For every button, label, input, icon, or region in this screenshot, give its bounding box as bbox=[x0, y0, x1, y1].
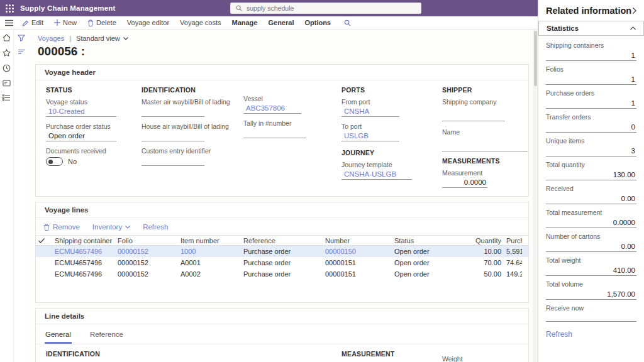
customs-entry-field[interactable] bbox=[142, 156, 204, 166]
shipping-company-field[interactable] bbox=[442, 111, 505, 121]
vessel-label: Vessel bbox=[243, 95, 341, 102]
cell-number[interactable]: 00000151 bbox=[323, 259, 392, 266]
command-search-icon[interactable] bbox=[344, 19, 351, 26]
table-row[interactable]: ECMU4657496 00000152 A0002 Purchase orde… bbox=[36, 268, 528, 280]
vertical-scrollbar[interactable] bbox=[533, 30, 538, 362]
modules-list-icon[interactable] bbox=[3, 94, 11, 101]
table-row[interactable]: ECMU4657496 00000152 1000 Purchase order… bbox=[36, 246, 528, 257]
workspaces-icon[interactable] bbox=[3, 80, 11, 87]
shipping-company-label: Shipping company bbox=[442, 98, 528, 106]
cell-item-number[interactable]: 1000 bbox=[178, 248, 241, 255]
col-shipping-container[interactable]: Shipping container bbox=[52, 237, 115, 244]
voyage-lines-card: Voyage lines Remove Inventory Refresh bbox=[35, 202, 529, 303]
recent-clock-icon[interactable] bbox=[3, 64, 11, 72]
waffle-menu-icon[interactable] bbox=[6, 4, 14, 13]
main-content: Voyages | Standard view 000056 : Voyage … bbox=[29, 30, 533, 362]
page-title: 000056 : bbox=[38, 45, 529, 58]
cell-shipping-container[interactable]: ECMU4657496 bbox=[52, 248, 115, 255]
cell-number[interactable]: 00000151 bbox=[323, 270, 392, 278]
favorites-star-icon[interactable] bbox=[3, 49, 11, 57]
global-search-input[interactable]: supply schedule bbox=[230, 3, 421, 14]
col-number[interactable]: Number bbox=[323, 237, 392, 244]
new-button[interactable]: New bbox=[54, 19, 77, 26]
master-waybill-field[interactable] bbox=[142, 107, 204, 117]
stat-total-quantity: Total quantity 130.00 bbox=[546, 161, 636, 180]
cell-folio[interactable]: 00000152 bbox=[115, 248, 178, 255]
remove-button[interactable]: Remove bbox=[43, 223, 80, 231]
documents-received-toggle[interactable] bbox=[46, 157, 63, 166]
voyage-editor-button[interactable]: Voyage editor bbox=[127, 19, 169, 26]
cell-number[interactable]: 00000150 bbox=[323, 248, 392, 255]
chevron-right-icon[interactable] bbox=[633, 8, 636, 14]
select-all-check-icon[interactable] bbox=[36, 238, 52, 243]
view-selector[interactable]: Standard view bbox=[76, 35, 128, 42]
search-placeholder: supply schedule bbox=[247, 4, 294, 12]
app-title[interactable]: Supply Chain Management bbox=[20, 4, 116, 12]
breadcrumb-voyages-link[interactable]: Voyages bbox=[38, 35, 64, 42]
cell-shipping-container[interactable]: ECMU4657496 bbox=[52, 270, 115, 278]
vessel-field[interactable]: ABC357806 bbox=[243, 104, 301, 114]
stat-total-volume: Total volume 1,570.00 bbox=[546, 280, 636, 300]
journey-template-field[interactable]: CNSHA-USLGB bbox=[341, 170, 412, 180]
manage-menu[interactable]: Manage bbox=[232, 19, 258, 26]
nav-rail bbox=[0, 30, 14, 362]
cell-item-number[interactable]: A0002 bbox=[178, 270, 241, 278]
cell-status: Open order bbox=[392, 270, 462, 278]
delete-button[interactable]: Delete bbox=[87, 19, 116, 26]
view-list-icon[interactable] bbox=[18, 49, 25, 55]
tally-label: Tally in #number bbox=[243, 119, 341, 127]
home-icon[interactable] bbox=[3, 34, 11, 41]
cell-folio[interactable]: 00000152 bbox=[115, 270, 178, 278]
statistics-refresh-link[interactable]: Refresh bbox=[546, 330, 636, 339]
cell-purchase-price: 74.64 bbox=[504, 259, 522, 266]
col-quantity[interactable]: Quantity bbox=[462, 237, 504, 244]
shipper-group-heading: SHIPPER bbox=[442, 86, 528, 94]
col-item-number[interactable]: Item number bbox=[178, 237, 241, 244]
ports-group-heading: PORTS bbox=[341, 86, 442, 94]
voyage-header-card: Voyage header STATUS Voyage status 10-Cr… bbox=[35, 64, 529, 197]
tally-field[interactable] bbox=[243, 128, 306, 138]
po-status-label: Purchase order status bbox=[46, 123, 142, 130]
cell-folio[interactable]: 00000152 bbox=[115, 259, 178, 266]
voyage-lines-grid: Shipping container Folio Item number Ref… bbox=[36, 235, 528, 302]
house-waybill-field[interactable] bbox=[142, 131, 204, 141]
filter-funnel-icon[interactable] bbox=[18, 35, 25, 41]
search-icon bbox=[236, 5, 242, 11]
status-group-heading: STATUS bbox=[46, 86, 142, 94]
documents-received-value: No bbox=[68, 158, 77, 165]
edit-button[interactable]: Edit bbox=[22, 19, 43, 26]
tab-general[interactable]: General bbox=[45, 328, 72, 344]
voyage-status-field[interactable]: 10-Created bbox=[46, 107, 116, 117]
po-status-field[interactable]: Open order bbox=[46, 131, 116, 141]
to-port-field[interactable]: USLGB bbox=[341, 131, 399, 141]
tab-reference[interactable]: Reference bbox=[89, 328, 124, 344]
options-menu[interactable]: Options bbox=[304, 19, 331, 26]
col-status[interactable]: Status bbox=[392, 237, 462, 244]
voyage-header-card-title[interactable]: Voyage header bbox=[36, 65, 528, 80]
table-row[interactable]: ECMU4657496 00000152 A0001 Purchase orde… bbox=[36, 257, 528, 268]
stat-folios: Folios 1 bbox=[546, 65, 636, 85]
cell-shipping-container[interactable]: ECMU4657496 bbox=[52, 259, 115, 266]
scrollbar-thumb[interactable] bbox=[534, 31, 537, 86]
cell-item-number[interactable]: A0001 bbox=[178, 259, 241, 266]
hamburger-menu-icon[interactable] bbox=[5, 19, 13, 26]
refresh-button[interactable]: Refresh bbox=[143, 223, 168, 231]
col-folio[interactable]: Folio bbox=[115, 237, 178, 244]
voyage-lines-card-title[interactable]: Voyage lines bbox=[36, 202, 528, 218]
cell-quantity: 70.00 bbox=[462, 259, 504, 266]
inventory-menu-button[interactable]: Inventory bbox=[92, 223, 130, 231]
receive-now-input[interactable] bbox=[546, 312, 636, 322]
measurement-field[interactable]: 0.0000 bbox=[442, 178, 487, 188]
measurement-label: Measurement bbox=[442, 169, 528, 177]
statistics-section-header[interactable]: Statistics bbox=[538, 21, 644, 36]
general-menu[interactable]: General bbox=[268, 19, 294, 26]
col-purchase-price[interactable]: Purchase price bbox=[504, 237, 522, 244]
top-navigation-bar: Supply Chain Management supply schedule bbox=[0, 0, 538, 16]
chevron-down-icon bbox=[123, 37, 128, 40]
cell-quantity: 50.00 bbox=[462, 270, 504, 278]
voyage-costs-button[interactable]: Voyage costs bbox=[180, 19, 221, 26]
shipper-name-field[interactable] bbox=[442, 141, 528, 151]
from-port-field[interactable]: CNSHA bbox=[341, 107, 399, 117]
col-reference[interactable]: Reference bbox=[241, 237, 323, 244]
line-details-card-title[interactable]: Line details bbox=[36, 309, 528, 324]
